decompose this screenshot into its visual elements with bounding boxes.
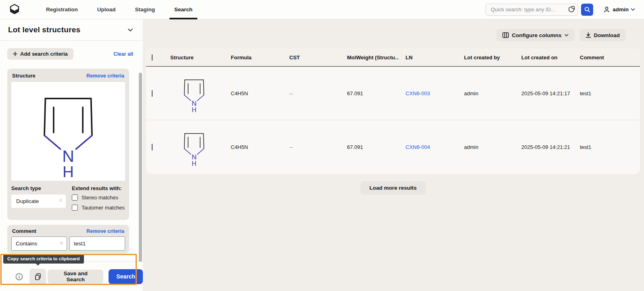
results-area: Configure columns Download Structure For…	[143, 19, 644, 291]
comment-operator-select[interactable]: Contains ×	[11, 237, 67, 251]
structure-search-icon[interactable]	[568, 6, 575, 13]
clear-all-link[interactable]: Clear all	[113, 51, 133, 57]
save-and-search-button[interactable]: Save and Search	[48, 270, 103, 283]
criteria-actions-row: Add search criteria Clear all	[0, 41, 143, 60]
cell-comment: test1	[573, 90, 640, 96]
results-table: Structure Formula CST MolWeight (Structu…	[146, 48, 640, 174]
add-search-criteria-label: Add search criteria	[20, 51, 68, 57]
info-button[interactable]	[15, 273, 23, 281]
cell-molweight: 67.091	[341, 144, 399, 150]
column-header-structure[interactable]: Structure	[164, 54, 224, 61]
clear-comment-operator-icon[interactable]: ×	[60, 240, 63, 247]
query-structure-pyrrole	[28, 84, 109, 179]
cell-lot-created-by: admin	[458, 144, 515, 150]
collapse-chevron-icon[interactable]	[128, 28, 133, 32]
column-header-comment[interactable]: Comment	[573, 54, 640, 61]
configure-columns-button[interactable]: Configure columns	[496, 29, 574, 41]
app-logo-icon[interactable]	[9, 3, 21, 16]
stereo-matches-option[interactable]: Stereo matches	[72, 195, 125, 201]
tab-registration[interactable]: Registration	[36, 0, 88, 19]
remove-structure-criteria-link[interactable]: Remove criteria	[86, 73, 124, 79]
cell-formula: C4H5N	[224, 144, 283, 150]
sidebar-footer: Copy search criteria to clipboard Save a…	[0, 262, 143, 291]
search-criteria-sidebar: Lot level structures Add search criteria…	[0, 19, 143, 291]
comment-criteria-label: Comment	[12, 228, 36, 234]
quick-search-input[interactable]	[485, 4, 578, 16]
structure-criteria-label: Structure	[12, 73, 36, 79]
quick-search-button[interactable]	[581, 4, 593, 16]
sidebar-title: Lot level structures	[8, 25, 80, 34]
comment-operator-value: Contains	[16, 241, 37, 247]
structure-editor-canvas[interactable]	[11, 82, 125, 181]
search-type-select[interactable]: Duplicate ×	[11, 195, 66, 208]
configure-columns-label: Configure columns	[512, 32, 561, 38]
tab-staging-label: Staging	[135, 6, 155, 13]
tautomer-matches-label: Tautomer matches	[82, 205, 125, 211]
copy-tooltip: Copy search criteria to clipboard	[3, 254, 84, 264]
download-button[interactable]: Download	[579, 29, 626, 41]
tab-search-label: Search	[174, 6, 192, 13]
app-root: Registration Upload Staging Search	[0, 0, 644, 291]
add-search-criteria-button[interactable]: Add search criteria	[7, 48, 73, 60]
tab-upload-label: Upload	[97, 6, 116, 13]
structure-criteria-card: Structure Remove criteria Search type Du…	[7, 69, 129, 220]
cell-molweight: 67.091	[341, 90, 399, 96]
columns-icon	[502, 32, 509, 38]
row-structure-pyrrole	[178, 74, 211, 113]
column-header-molweight[interactable]: MolWeight (Structu…	[341, 54, 399, 61]
user-menu[interactable]: admin	[604, 6, 635, 13]
column-header-lot-created-on[interactable]: Lot created on	[515, 54, 573, 61]
tautomer-matches-option[interactable]: Tautomer matches	[72, 205, 125, 211]
tab-registration-label: Registration	[46, 6, 78, 13]
topbar-right-section: admin	[485, 4, 635, 16]
table-header-row: Structure Formula CST MolWeight (Structu…	[146, 48, 640, 67]
remove-comment-criteria-link[interactable]: Remove criteria	[86, 228, 124, 234]
top-navigation-bar: Registration Upload Staging Search	[0, 0, 644, 19]
load-more-container: Load more results	[146, 181, 640, 195]
cell-lot-created-on: 2025-05-09 14:21:21	[515, 144, 573, 150]
tautomer-matches-checkbox[interactable]	[72, 205, 78, 211]
clear-search-type-icon[interactable]: ×	[59, 197, 63, 204]
tab-search[interactable]: Search	[165, 0, 202, 19]
cell-cst: --	[283, 90, 341, 96]
search-type-label: Search type	[11, 185, 68, 191]
copy-criteria-button[interactable]	[29, 269, 46, 285]
download-label: Download	[594, 32, 620, 38]
comment-value-input[interactable]	[74, 241, 121, 247]
column-header-formula[interactable]: Formula	[224, 54, 283, 61]
row-checkbox[interactable]	[152, 144, 153, 151]
row-checkbox[interactable]	[152, 90, 153, 97]
column-header-cst[interactable]: CST	[283, 54, 341, 61]
stereo-matches-label: Stereo matches	[82, 195, 118, 201]
ln-link[interactable]: CXN6-003	[406, 90, 430, 96]
cell-comment: test1	[573, 144, 640, 150]
column-header-lot-created-by[interactable]: Lot created by	[458, 54, 515, 61]
table-row[interactable]: C4H5N -- 67.091 CXN6-004 admin 2025-05-0…	[146, 120, 640, 174]
chevron-down-icon	[565, 34, 569, 37]
table-actions: Configure columns Download	[496, 29, 626, 41]
sidebar-header: Lot level structures	[0, 19, 143, 41]
row-structure-pyrrole	[178, 128, 211, 167]
comment-value-field	[69, 237, 125, 251]
ln-link[interactable]: CXN6-004	[406, 144, 430, 150]
chevron-down-icon	[631, 8, 635, 11]
load-more-button[interactable]: Load more results	[360, 181, 425, 195]
cell-lot-created-on: 2025-05-09 14:21:17	[515, 90, 573, 96]
cell-cst: --	[283, 144, 341, 150]
tab-staging[interactable]: Staging	[125, 0, 165, 19]
select-all-checkbox[interactable]	[152, 54, 153, 61]
main-nav-tabs: Registration Upload Staging Search	[36, 0, 202, 19]
column-header-ln[interactable]: LN	[399, 54, 458, 61]
table-row[interactable]: C4H5N -- 67.091 CXN6-003 admin 2025-05-0…	[146, 67, 640, 120]
info-icon	[15, 273, 23, 281]
search-button[interactable]: Search	[109, 269, 143, 284]
search-type-value: Duplicate	[16, 198, 39, 204]
stereo-matches-checkbox[interactable]	[72, 195, 78, 201]
extend-results-label: Extend results with:	[72, 185, 125, 191]
copy-icon	[34, 273, 42, 281]
sidebar-scrollbar[interactable]	[139, 73, 142, 278]
cell-formula: C4H5N	[224, 90, 283, 96]
comment-criteria-card: Comment Remove criteria Contains ×	[7, 225, 129, 253]
cell-lot-created-by: admin	[458, 90, 515, 96]
tab-upload[interactable]: Upload	[88, 0, 125, 19]
